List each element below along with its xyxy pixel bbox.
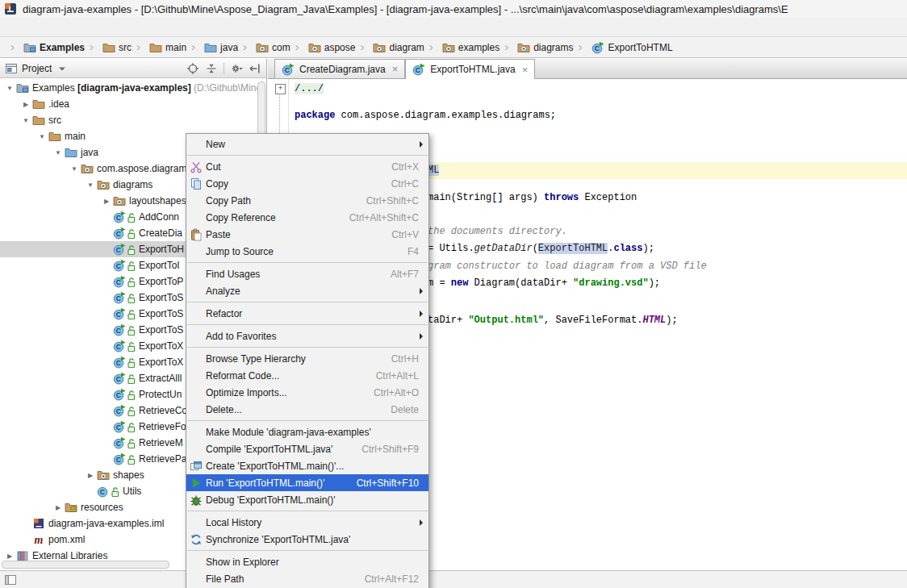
- code-line[interactable]: = Utils.getDataDir(ExportToHTML.class);: [428, 240, 654, 257]
- menubar-item[interactable]: [148, 25, 163, 30]
- context-menu-item[interactable]: Make Module 'diagram-java-examples': [186, 423, 428, 440]
- menubar-item[interactable]: [61, 25, 76, 30]
- context-menu-item[interactable]: Jump to Source F4: [186, 243, 428, 260]
- menubar-item[interactable]: [3, 25, 18, 30]
- tree-expand-arrow[interactable]: ▼: [52, 149, 65, 156]
- menubar-item[interactable]: [163, 25, 178, 30]
- code-line[interactable]: gram constructor to load diagram from a …: [428, 258, 707, 275]
- context-menu-item[interactable]: Copy Reference Ctrl+Alt+Shift+C: [186, 209, 428, 226]
- context-menu-item[interactable]: Add to Favorites: [186, 327, 428, 344]
- tree-label: .idea: [48, 98, 69, 110]
- tree-expand-arrow[interactable]: ▼: [68, 165, 81, 173]
- context-menu-item[interactable]: Reformat Code... Ctrl+Alt+L: [186, 367, 428, 384]
- menu-separator: [187, 262, 428, 263]
- runnable-class-icon: C: [113, 243, 136, 256]
- tree-expand-arrow[interactable]: ▶: [52, 504, 65, 511]
- code-line[interactable]: main(String[] args) throws Exception: [428, 190, 637, 206]
- editor-tab[interactable]: C CreateDiagram.java ×: [274, 59, 405, 78]
- window-title: diagram-java-examples - [D:\Github\Mine\…: [23, 3, 788, 15]
- code-line[interactable]: taDir+ "Output.html", SaveFileFormat.HTM…: [428, 312, 678, 329]
- code-line[interactable]: /.../: [295, 81, 324, 98]
- tree-expand-arrow[interactable]: ▶: [84, 472, 97, 479]
- code-line[interactable]: ML: [428, 162, 439, 179]
- context-menu-item[interactable]: Create 'ExportToHTML.main()'...: [186, 457, 428, 474]
- tree-horizontal-scrollbar[interactable]: [2, 561, 169, 569]
- context-menu-item[interactable]: Copy Path Ctrl+Shift+C: [186, 192, 428, 209]
- breadcrumb-item[interactable]: diagrams: [499, 40, 573, 55]
- code-line[interactable]: package com.aspose.diagram.examples.diag…: [295, 107, 556, 124]
- context-menu-item[interactable]: Synchronize 'ExportToHTML.java': [186, 531, 428, 548]
- menubar-item[interactable]: [178, 25, 192, 30]
- tree-expand-arrow[interactable]: ▼: [84, 181, 97, 189]
- menubar-item[interactable]: [32, 25, 47, 30]
- fold-expand-icon[interactable]: +: [275, 84, 286, 94]
- context-menu-item[interactable]: Find Usages Alt+F7: [186, 265, 428, 282]
- menubar-item[interactable]: [119, 25, 134, 30]
- breadcrumb-item[interactable]: com: [238, 40, 290, 55]
- context-menu-item[interactable]: Show in Explorer: [186, 553, 428, 570]
- submenu-arrow-icon: [420, 141, 423, 148]
- context-menu-item[interactable]: File Path Ctrl+Alt+F12: [186, 570, 428, 587]
- context-menu-item[interactable]: Compile 'ExportToHTML.java' Ctrl+Shift+F…: [186, 440, 428, 457]
- hide-panel-button[interactable]: [249, 62, 261, 75]
- breadcrumb-item[interactable]: Examples: [6, 40, 85, 55]
- tree-expand-arrow[interactable]: ▶: [3, 553, 16, 560]
- menu-separator: [187, 550, 428, 551]
- tree-label: ExportToH: [139, 244, 184, 255]
- context-menu-item[interactable]: Analyze: [186, 282, 428, 299]
- tree-expand-arrow[interactable]: ▶: [19, 101, 32, 108]
- context-menu-item[interactable]: Local History: [186, 514, 428, 531]
- menubar-item[interactable]: [18, 25, 32, 30]
- context-menu-item[interactable]: Browse Type Hierarchy Ctrl+H: [186, 350, 428, 367]
- tree-label: diagram-java-examples.iml: [48, 518, 164, 529]
- close-icon[interactable]: ×: [522, 64, 529, 76]
- toolwindow-toggle-icon[interactable]: [4, 573, 17, 586]
- svg-text:C: C: [116, 230, 121, 238]
- tree-label: Utils: [123, 486, 141, 497]
- context-menu-item[interactable]: New: [186, 136, 428, 152]
- gear-icon[interactable]: [230, 62, 243, 75]
- tree-expand-arrow[interactable]: ▼: [19, 117, 32, 124]
- context-menu-item[interactable]: Optimize Imports... Ctrl+Alt+O: [186, 384, 428, 401]
- tree-label: ExportToX: [139, 340, 183, 352]
- svg-text:C: C: [116, 343, 121, 351]
- breadcrumb-item[interactable]: main: [132, 40, 186, 55]
- code-line[interactable]: m = new Diagram(dataDir+ "drawing.vsd");: [428, 275, 660, 292]
- svg-text:C: C: [116, 294, 121, 302]
- menubar-item[interactable]: [90, 25, 105, 30]
- context-menu-item[interactable]: Cut Ctrl+X: [186, 158, 428, 175]
- menubar-item[interactable]: [105, 25, 119, 30]
- context-menu-item[interactable]: Run 'ExportToHTML.main()' Ctrl+Shift+F10: [186, 474, 428, 491]
- runnable-class-icon: C: [113, 323, 136, 336]
- breadcrumb-item[interactable]: examples: [424, 40, 499, 55]
- context-menu-item[interactable]: Copy Ctrl+C: [186, 175, 428, 192]
- svg-text:C: C: [594, 44, 599, 52]
- collapse-all-button[interactable]: [205, 62, 218, 75]
- tree-row[interactable]: ▶ .idea: [0, 96, 266, 112]
- tree-expand-arrow[interactable]: ▶: [100, 198, 113, 205]
- breadcrumb-item[interactable]: java: [186, 40, 238, 55]
- tree-expand-arrow[interactable]: ▼: [3, 85, 16, 92]
- breadcrumb-item[interactable]: diagram: [355, 40, 424, 55]
- context-menu-item[interactable]: Debug 'ExportToHTML.main()': [186, 491, 428, 508]
- editor-tab[interactable]: C ExportToHTML.java ×: [405, 59, 535, 79]
- runnable-class-small-icon: C: [412, 63, 426, 76]
- breadcrumb-item[interactable]: src: [85, 40, 132, 55]
- breadcrumb-item[interactable]: C ExportToHTML: [574, 40, 673, 55]
- iml-file-icon: [32, 517, 45, 530]
- menubar-item[interactable]: [76, 25, 90, 30]
- tree-row[interactable]: ▼ Examples [diagram-java-examples] (D:\G…: [0, 80, 266, 96]
- tree-expand-arrow[interactable]: ▼: [36, 133, 48, 140]
- context-menu-item[interactable]: Delete... Delete: [186, 401, 428, 418]
- locate-file-button[interactable]: [186, 62, 199, 75]
- menubar-item[interactable]: [134, 25, 148, 30]
- context-menu-item[interactable]: Refactor: [186, 305, 428, 322]
- menubar-item[interactable]: [47, 25, 61, 30]
- tree-row[interactable]: ▼ src: [0, 112, 266, 128]
- project-view-combo[interactable]: Project: [5, 62, 69, 75]
- context-menu-item[interactable]: Paste Ctrl+V: [186, 226, 428, 243]
- code-line[interactable]: the documents directory.: [428, 223, 567, 240]
- breadcrumb-item[interactable]: aspose: [290, 40, 356, 55]
- svg-text:C: C: [116, 391, 121, 399]
- close-icon[interactable]: ×: [392, 63, 399, 75]
